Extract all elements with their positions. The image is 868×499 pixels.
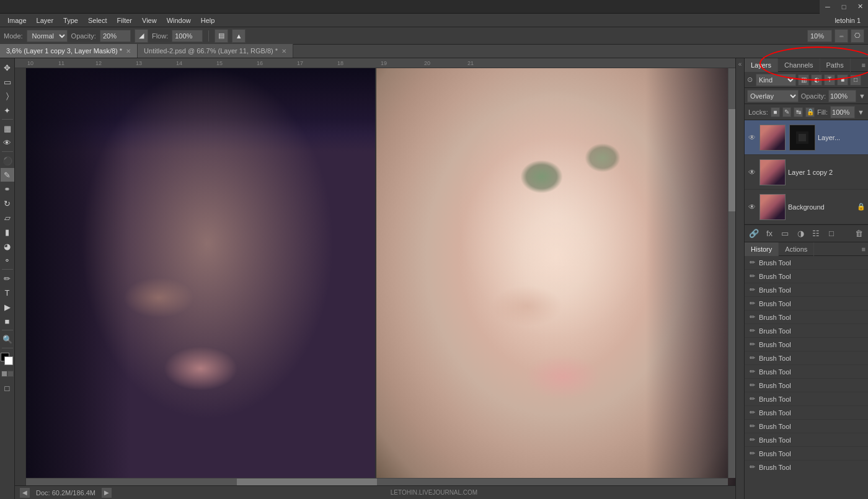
history-item-0[interactable]: ✏ Brush Tool — [745, 256, 868, 270]
link-layers-btn[interactable]: 🔗 — [747, 227, 761, 241]
history-panel-menu[interactable]: ≡ — [862, 245, 866, 253]
menu-help[interactable]: Help — [196, 15, 220, 25]
menu-select[interactable]: Select — [83, 15, 112, 25]
menu-type[interactable]: Type — [58, 15, 83, 25]
crop-tool[interactable]: ▦ — [1, 121, 14, 135]
menu-view[interactable]: View — [137, 15, 162, 25]
eyedropper-tool[interactable]: 👁 — [1, 136, 14, 149]
marquee-tool[interactable]: ▭ — [1, 75, 14, 89]
maximize-button[interactable]: □ — [836, 0, 852, 14]
history-item-8[interactable]: ✏ Brush Tool — [745, 365, 868, 379]
layer-eye-2[interactable]: 👁 — [747, 202, 757, 212]
magic-wand-tool[interactable]: ✦ — [1, 104, 14, 117]
lock-transparency-btn[interactable]: ■ — [771, 107, 780, 117]
move-tool[interactable]: ✥ — [1, 61, 14, 74]
history-item-14[interactable]: ✏ Brush Tool — [745, 447, 868, 461]
new-fill-adj-btn[interactable]: ◑ — [794, 227, 807, 241]
history-item-9[interactable]: ✏ Brush Tool — [745, 379, 868, 392]
history-item-6[interactable]: ✏ Brush Tool — [745, 338, 868, 351]
clone-stamp-tool[interactable]: ⚭ — [1, 182, 14, 196]
flow-input[interactable] — [172, 30, 203, 42]
zoom-tool[interactable]: 🔍 — [1, 332, 14, 346]
opacity-input[interactable] — [100, 30, 131, 42]
tab-close-0[interactable]: ✕ — [126, 48, 131, 55]
fill-input[interactable] — [830, 106, 855, 118]
history-item-7[interactable]: ✏ Brush Tool — [745, 351, 868, 365]
canvas-workspace[interactable] — [15, 68, 735, 485]
new-group-btn[interactable]: ☷ — [809, 227, 823, 241]
tab-untitled[interactable]: Untitled-2.psd @ 66.7% (Layer 11, RGB/8)… — [138, 44, 293, 58]
history-item-15[interactable]: ✏ Brush Tool — [745, 461, 868, 471]
menu-layer[interactable]: Layer — [32, 15, 59, 25]
standard-mode-btn[interactable] — [1, 371, 7, 377]
panel-collapse-btn[interactable]: « — [735, 58, 744, 499]
vertical-scrollbar[interactable] — [728, 68, 735, 478]
arrange-btn[interactable]: ⎓ — [835, 29, 848, 43]
history-item-12[interactable]: ✏ Brush Tool — [745, 420, 868, 433]
tab-channels[interactable]: Channels — [778, 58, 820, 72]
history-item-3[interactable]: ✏ Brush Tool — [745, 297, 868, 311]
tab-layer-mask[interactable]: 3,6% (Layer 1 copy 3, Layer Mask/8) * ✕ — [0, 44, 138, 58]
layer-item-1[interactable]: 👁 Layer 1 copy 2 — [745, 155, 868, 190]
minimize-button[interactable]: ─ — [820, 0, 836, 14]
tab-history[interactable]: History — [745, 242, 779, 256]
blend-mode-select[interactable]: Overlay Normal Multiply Screen — [747, 90, 799, 102]
status-next-btn[interactable]: ▶ — [102, 488, 112, 498]
scroll-thumb[interactable] — [237, 479, 377, 485]
history-brush-tool[interactable]: ↻ — [1, 197, 14, 210]
close-button[interactable]: ✕ — [852, 0, 868, 14]
layers-panel-menu[interactable]: ≡ — [862, 61, 866, 69]
layer-eye-0[interactable]: 👁 — [747, 133, 757, 143]
delete-layer-btn[interactable]: 🗑 — [852, 227, 866, 241]
history-item-11[interactable]: ✏ Brush Tool — [745, 406, 868, 420]
tab-paths[interactable]: Paths — [820, 58, 851, 72]
tab-close-1[interactable]: ✕ — [281, 48, 286, 55]
airbrush-toggle[interactable]: ◢ — [135, 29, 148, 43]
opacity-value-input[interactable] — [828, 90, 856, 102]
kind-adjust-btn[interactable]: ◐ — [811, 74, 822, 86]
v-scroll-thumb[interactable] — [728, 109, 735, 211]
lasso-tool[interactable]: 〉 — [1, 89, 14, 103]
layer-eye-1[interactable]: 👁 — [747, 167, 757, 177]
healing-brush-tool[interactable]: ⚫ — [1, 154, 14, 167]
history-item-4[interactable]: ✏ Brush Tool — [745, 311, 868, 324]
layer-item-2[interactable]: 👁 Background 🔒 — [745, 190, 868, 224]
mode-select[interactable]: Normal — [27, 30, 68, 42]
history-item-13[interactable]: ✏ Brush Tool — [745, 433, 868, 447]
add-mask-btn[interactable]: ▭ — [778, 227, 792, 241]
opacity-slider-arrow[interactable]: ▼ — [859, 91, 866, 101]
lock-all-btn[interactable]: 🔒 — [805, 107, 815, 117]
history-item-5[interactable]: ✏ Brush Tool — [745, 324, 868, 338]
type-tool[interactable]: T — [1, 286, 14, 299]
dodge-tool[interactable]: ⚬ — [1, 254, 14, 267]
brush-tool[interactable]: ✎ — [1, 168, 14, 182]
tab-actions[interactable]: Actions — [779, 242, 814, 256]
gradient-tool[interactable]: ▮ — [1, 225, 14, 239]
tool-option-btn2[interactable]: ▲ — [232, 29, 246, 43]
kind-pixel-btn[interactable]: ▥ — [798, 74, 809, 86]
status-prev-btn[interactable]: ◀ — [20, 488, 30, 498]
horizontal-scrollbar[interactable] — [26, 478, 728, 485]
add-style-btn[interactable]: fx — [763, 227, 776, 241]
layer-item-0[interactable]: 👁 Layer... — [745, 120, 868, 155]
fill-slider-arrow[interactable]: ▼ — [857, 107, 864, 117]
menu-image[interactable]: Image — [2, 15, 32, 25]
zoom-input[interactable] — [807, 30, 832, 42]
tool-option-btn1[interactable]: ▤ — [215, 29, 228, 43]
new-layer-btn[interactable]: □ — [825, 227, 838, 241]
view-btn[interactable]: ⎔ — [851, 29, 864, 43]
shape-tool[interactable]: ■ — [1, 314, 14, 328]
kind-shape-btn[interactable]: ■ — [837, 74, 848, 86]
pen-tool[interactable]: ✏ — [1, 272, 14, 285]
screen-mode-btn[interactable]: □ — [1, 381, 14, 395]
lock-position-btn[interactable]: ↹ — [794, 107, 803, 117]
path-selection-tool[interactable]: ▶ — [1, 300, 14, 314]
background-color[interactable] — [4, 356, 13, 365]
lock-paint-btn[interactable]: ✎ — [782, 107, 792, 117]
kind-type-btn[interactable]: T — [824, 74, 835, 86]
eraser-tool[interactable]: ▱ — [1, 211, 14, 224]
menu-filter[interactable]: Filter — [112, 15, 137, 25]
blur-tool[interactable]: ◕ — [1, 239, 14, 253]
history-item-2[interactable]: ✏ Brush Tool — [745, 283, 868, 297]
tab-layers[interactable]: Layers — [745, 58, 778, 72]
